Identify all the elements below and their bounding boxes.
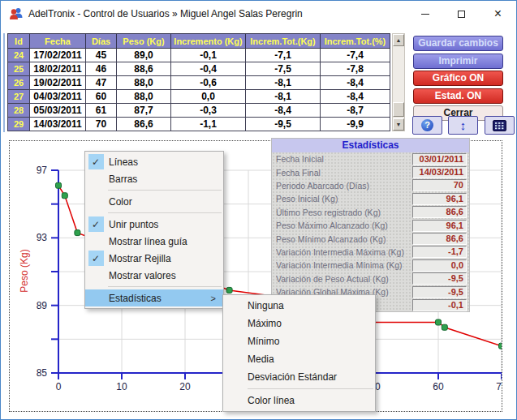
row-id-cell[interactable]: 25: [8, 62, 30, 76]
table-cell[interactable]: 05/03/2011: [30, 104, 86, 118]
table-cell[interactable]: 89,0: [117, 49, 171, 62]
table-cell[interactable]: -1,1: [171, 118, 246, 131]
table-row[interactable]: 2704/03/20116088,00,0-8,1-8,4: [8, 90, 390, 104]
estad-on-button[interactable]: Estad. ON: [413, 88, 503, 104]
stat-value: -9,5: [412, 286, 467, 298]
table-cell[interactable]: -8,1: [246, 76, 321, 90]
menu-item-desviacion-estandar[interactable]: Desviación Estándar: [223, 368, 375, 386]
menu-item-mostrar-linea-guia[interactable]: Mostrar línea guía: [85, 233, 223, 250]
row-id-cell[interactable]: 27: [8, 90, 30, 104]
menu-item-barras[interactable]: Barras: [85, 170, 223, 187]
user-weight-table: IdFechaDíasPeso (Kg)Incremento (Kg)Incre…: [7, 33, 390, 131]
table-cell[interactable]: -8,4: [321, 90, 390, 104]
table-cell[interactable]: -9,9: [321, 118, 390, 131]
data-point[interactable]: [499, 343, 502, 349]
table-cell[interactable]: 47: [86, 76, 117, 90]
arrow-up-icon: ▲: [396, 37, 402, 43]
column-header[interactable]: Días: [86, 34, 117, 49]
stat-row: Peso Máximo Alcanzado (Kg)96,1: [272, 219, 469, 232]
table-cell[interactable]: 88,6: [117, 62, 171, 76]
table-row[interactable]: 2619/02/20114788,0-0,6-8,1-8,4: [8, 76, 390, 90]
table-cell[interactable]: 46: [86, 62, 117, 76]
menu-item-unir-puntos[interactable]: ✓Unir puntos: [85, 216, 223, 233]
column-header[interactable]: Peso (Kg): [117, 34, 171, 49]
maximize-button[interactable]: [443, 1, 480, 27]
table-row[interactable]: 2914/03/20117086,6-1,1-9,5-9,9: [8, 118, 390, 131]
table-scrollbar[interactable]: ▲ ▼: [392, 33, 405, 131]
table-cell[interactable]: 0,0: [171, 90, 246, 104]
row-id-cell[interactable]: 28: [8, 104, 30, 118]
sort-updown-button[interactable]: ↕: [448, 116, 478, 135]
table-cell[interactable]: 88,0: [117, 76, 171, 90]
table-row[interactable]: 2518/02/20114688,6-0,4-7,5-7,8: [8, 62, 390, 76]
column-header[interactable]: Incremento (Kg): [171, 34, 246, 49]
imprimir-button[interactable]: Imprimir: [413, 54, 503, 69]
table-cell[interactable]: 86,6: [117, 118, 171, 131]
table-cell[interactable]: -0,4: [171, 62, 246, 76]
table-cell[interactable]: 14/03/2011: [30, 118, 86, 131]
row-id-cell[interactable]: 29: [8, 118, 30, 131]
table-cell[interactable]: 04/03/2011: [30, 90, 86, 104]
table-cell[interactable]: 87,7: [117, 104, 171, 118]
x-tick-label: 60: [433, 381, 444, 392]
checkmark-icon: ✓: [88, 154, 104, 169]
table-cell[interactable]: 19/02/2011: [30, 76, 86, 90]
menu-gutter: [85, 193, 106, 210]
table-cell[interactable]: -8,7: [321, 104, 390, 118]
table-cell[interactable]: -8,4: [321, 76, 390, 90]
scroll-down-button[interactable]: ▼: [393, 118, 404, 131]
menu-item-label: Barras: [106, 174, 137, 185]
calculator-button[interactable]: [485, 116, 515, 135]
menu-item-color-linea[interactable]: Color línea: [223, 392, 375, 409]
table-cell[interactable]: -7,1: [246, 49, 321, 62]
table-cell[interactable]: -7,8: [321, 62, 390, 76]
table-row[interactable]: 2417/02/20114589,0-0,1-7,1-7,4: [8, 49, 390, 62]
table-cell[interactable]: -8,1: [246, 90, 321, 104]
minimize-button[interactable]: [407, 1, 443, 27]
table-cell[interactable]: -7,5: [246, 62, 321, 76]
data-point[interactable]: [226, 287, 232, 293]
column-header[interactable]: Id: [8, 34, 30, 49]
table-cell[interactable]: 70: [86, 118, 117, 131]
close-button[interactable]: ×: [480, 1, 516, 27]
stat-label: Variación Intermedia Mínima (Kg): [276, 260, 403, 270]
table-cell[interactable]: 18/02/2011: [30, 62, 86, 76]
column-header[interactable]: Increm.Tot.(%): [321, 34, 390, 49]
data-point[interactable]: [436, 319, 442, 325]
table-cell[interactable]: 60: [86, 90, 117, 104]
table-cell[interactable]: -7,4: [321, 49, 390, 62]
data-point[interactable]: [442, 324, 447, 330]
menu-separator: [108, 286, 222, 287]
help-button[interactable]: ?: [412, 116, 442, 135]
data-point[interactable]: [62, 193, 67, 199]
menu-item-lineas[interactable]: ✓Líneas: [85, 153, 223, 170]
menu-item-mostrar-rejilla[interactable]: ✓Mostrar Rejilla: [85, 250, 223, 267]
menu-item-maximo[interactable]: Máximo: [223, 315, 375, 332]
grafico-on-button[interactable]: Gráfico ON: [413, 71, 503, 86]
table-cell[interactable]: 17/02/2011: [30, 49, 86, 62]
guardar-cambios-button[interactable]: Guardar cambios: [413, 36, 503, 51]
table-cell[interactable]: 45: [86, 49, 117, 62]
row-id-cell[interactable]: 24: [8, 49, 30, 62]
scroll-up-button[interactable]: ▲: [393, 34, 404, 46]
menu-item-ninguna[interactable]: Ninguna: [223, 297, 375, 315]
table-cell[interactable]: 88,0: [117, 90, 171, 104]
table-cell[interactable]: -0,1: [171, 49, 246, 62]
menu-item-color[interactable]: Color: [85, 193, 223, 210]
menu-item-estadisticas[interactable]: Estadísticas>: [85, 289, 223, 306]
column-header[interactable]: Fecha: [30, 34, 86, 49]
menu-item-minimo[interactable]: Mínimo: [223, 332, 375, 350]
table-cell[interactable]: -0,3: [171, 104, 246, 118]
menu-item-mostrar-valores[interactable]: Mostrar valores: [85, 267, 223, 284]
table-cell[interactable]: -8,4: [246, 104, 321, 118]
table-row[interactable]: 2805/03/20116187,7-0,3-8,4-8,7: [8, 104, 390, 118]
table-cell[interactable]: -0,6: [171, 76, 246, 90]
table-cell[interactable]: -9,5: [246, 118, 321, 131]
menu-item-media[interactable]: Media: [223, 350, 375, 368]
table-cell[interactable]: 61: [86, 104, 117, 118]
column-header[interactable]: Increm.Tot.(Kg): [246, 34, 321, 49]
row-id-cell[interactable]: 26: [8, 76, 30, 90]
scrollbar-thumb[interactable]: [393, 102, 404, 117]
data-point[interactable]: [75, 230, 80, 236]
data-point[interactable]: [56, 182, 62, 188]
